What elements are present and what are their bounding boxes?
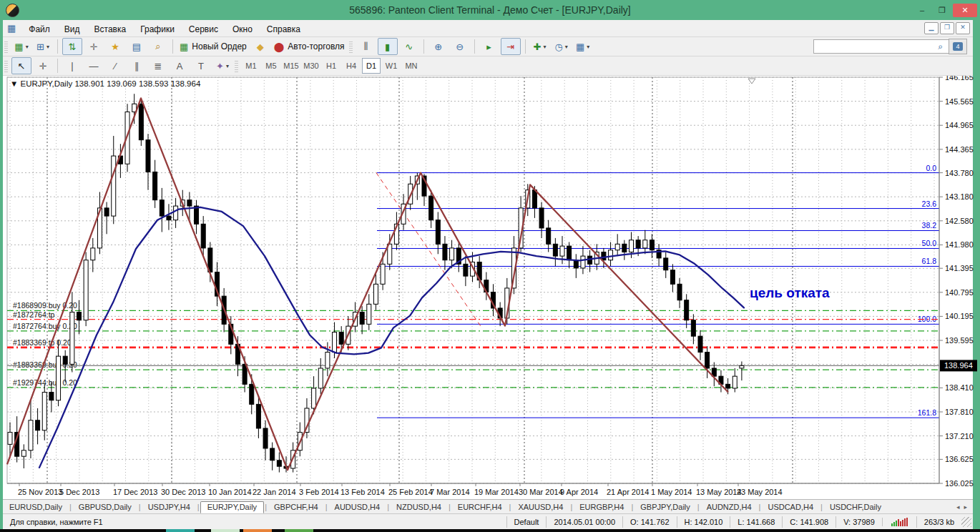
profiles-button[interactable]: ⊞▾: [33, 38, 53, 55]
cursor-tool[interactable]: ↖: [11, 57, 31, 74]
chart-shift-button[interactable]: ⇥: [501, 38, 521, 55]
horizontal-line-tool[interactable]: —: [84, 57, 104, 74]
dropdown-arrow-icon[interactable]: ▾: [226, 63, 229, 69]
menu-item-Справка[interactable]: Справка: [260, 22, 308, 36]
menu-item-Вставка[interactable]: Вставка: [87, 22, 134, 36]
timeframe-M5-button[interactable]: M5: [262, 58, 280, 74]
window-minimize-button[interactable]: –: [913, 4, 931, 17]
menu-item-Файл[interactable]: Файл: [21, 22, 57, 36]
timeframe-M1-button[interactable]: M1: [242, 58, 260, 74]
x-axis-label: 25 Nov 2013: [18, 488, 62, 496]
crosshair-tool[interactable]: ✛: [33, 57, 53, 74]
timeframe-M30-button[interactable]: M30: [302, 58, 320, 74]
new-order-button[interactable]: ▦Новый Ордер: [177, 38, 249, 55]
tab-GBPCHF-H4[interactable]: GBPCHF,H4: [268, 501, 325, 513]
menu-item-Окно[interactable]: Окно: [225, 22, 260, 36]
tab-GBPJPY-Daily[interactable]: GBPJPY,Daily: [634, 501, 697, 513]
text-label-tool[interactable]: T: [191, 57, 211, 74]
zoom-out-button[interactable]: ⊖: [450, 38, 470, 55]
periods-button[interactable]: ◷▾: [552, 38, 572, 55]
autotrade-button[interactable]: ⬤Авто-торговля: [272, 38, 347, 55]
title-bar[interactable]: 565896: Panteon Client Terminal - Демо С…: [0, 0, 980, 20]
tab-EURUSD-Daily[interactable]: EURUSD,Daily: [3, 501, 69, 513]
tab-USDCAD-H4[interactable]: USDCAD,H4: [761, 501, 820, 513]
auto-scroll-button[interactable]: ▸: [479, 38, 499, 55]
search-icon[interactable]: ⌕: [938, 41, 943, 51]
candle: [726, 384, 730, 388]
menu-item-Сервис[interactable]: Сервис: [182, 22, 225, 36]
data-window-button[interactable]: ✛: [84, 38, 104, 55]
candle: [325, 353, 330, 368]
chart-area[interactable]: 0.023.638.250.061.8100.0161.8#1868909 bu…: [0, 76, 980, 499]
text-tool[interactable]: A: [170, 57, 190, 74]
tab-XAUUSD-H4[interactable]: XAUUSD,H4: [511, 501, 569, 513]
dropdown-arrow-icon[interactable]: ▾: [587, 44, 589, 50]
terminal-button[interactable]: ▤: [127, 38, 147, 55]
price-chart-svg[interactable]: 0.023.638.250.061.8100.0161.8#1868909 bu…: [0, 76, 980, 499]
indicators-button[interactable]: ✚▾: [530, 38, 550, 55]
tab-USDJPY-H4[interactable]: USDJPY,H4: [142, 501, 197, 513]
chart-annotation-text[interactable]: цель отката: [750, 285, 830, 300]
new-chart-button[interactable]: ▦▾: [11, 38, 31, 55]
dropdown-arrow-icon[interactable]: ▾: [565, 44, 568, 50]
metaeditor-button[interactable]: ◆: [250, 38, 270, 55]
tab-AUDUSD-H4[interactable]: AUDUSD,H4: [328, 501, 387, 513]
window-maximize-button[interactable]: ❐: [933, 4, 951, 17]
timeframe-H1-button[interactable]: H1: [322, 58, 340, 74]
candle: [698, 336, 702, 352]
timeframe-D1-button[interactable]: D1: [362, 58, 381, 74]
search-input[interactable]: [813, 39, 951, 54]
autotrade-icon: ⬤: [274, 41, 285, 52]
candle: [567, 246, 572, 260]
taskbar-icon-fragment: [243, 529, 272, 532]
mdi-minimize-button[interactable]: ▁: [924, 22, 939, 34]
market-watch-button[interactable]: ⇅: [62, 38, 82, 55]
fibonacci-icon: ≣: [155, 61, 162, 72]
tabs-scroll-right-icon[interactable]: ▸: [964, 503, 967, 511]
navigator-button[interactable]: ★: [105, 38, 125, 55]
window-close-button[interactable]: ✕: [953, 4, 977, 17]
vertical-line-tool[interactable]: ❘: [62, 57, 82, 74]
tab-GBPUSD-Daily[interactable]: GBPUSD,Daily: [72, 501, 138, 513]
timeframe-MN-button[interactable]: MN: [402, 58, 421, 74]
community-help-button[interactable]: 4: [949, 39, 967, 54]
mdi-close-button[interactable]: ✕: [956, 22, 970, 34]
tab-EURCHF-H4[interactable]: EURCHF,H4: [451, 501, 509, 513]
profiles-icon: ⊞: [36, 41, 44, 52]
dropdown-arrow-icon[interactable]: ▾: [544, 44, 547, 50]
menu-item-Графики[interactable]: Графики: [133, 22, 182, 36]
timeframe-M15-button[interactable]: M15: [282, 58, 300, 74]
dropdown-arrow-icon[interactable]: ▾: [46, 44, 49, 50]
candle: [256, 404, 260, 428]
menu-item-Вид[interactable]: Вид: [57, 22, 87, 36]
fibonacci-tool[interactable]: ≣: [148, 57, 168, 74]
candlestick-button[interactable]: ▮: [378, 38, 398, 55]
tab-EURJPY-Daily[interactable]: EURJPY,Daily: [200, 501, 265, 513]
dropdown-arrow-icon[interactable]: ▾: [26, 44, 29, 50]
tabs-scroll-left-icon[interactable]: ◂: [956, 503, 960, 511]
timeframe-H4-button[interactable]: H4: [342, 58, 361, 74]
candle: [670, 270, 675, 285]
bar-chart-icon: ⫼: [364, 41, 368, 52]
strategy-tester-button[interactable]: ⌕: [148, 38, 168, 55]
tab-separator: |: [197, 503, 200, 511]
zoom-in-button[interactable]: ⊕: [428, 38, 449, 55]
trendline-icon: ∕: [114, 61, 116, 72]
arrows-tool[interactable]: ✦▾: [212, 57, 232, 74]
line-chart-button[interactable]: ∿: [399, 38, 419, 55]
candle: [104, 208, 109, 216]
channel-tool[interactable]: ∥: [127, 57, 147, 74]
tab-AUDNZD-H4[interactable]: AUDNZD,H4: [700, 501, 758, 513]
tab-EURGBP-H4[interactable]: EURGBP,H4: [573, 501, 630, 513]
order-label: #1883369 tp 0.20: [13, 338, 72, 347]
candle: [70, 312, 74, 365]
timeframe-W1-button[interactable]: W1: [382, 58, 401, 74]
tab-USDCHF-Daily[interactable]: USDCHF,Daily: [823, 501, 888, 513]
tab-NZDUSD-H4[interactable]: NZDUSD,H4: [390, 501, 448, 513]
resize-grip[interactable]: [961, 517, 971, 527]
templates-button[interactable]: ▦▾: [573, 38, 593, 55]
mdi-restore-button[interactable]: ❐: [940, 22, 954, 34]
bar-chart-button[interactable]: ⫼: [356, 38, 376, 55]
trendline-tool[interactable]: ∕: [105, 57, 125, 74]
candle: [436, 220, 440, 245]
